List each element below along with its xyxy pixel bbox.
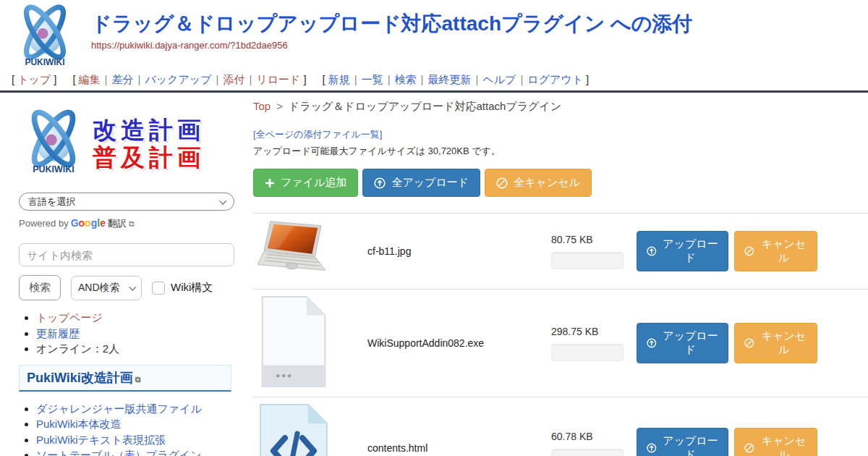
separator: | <box>354 73 357 85</box>
top-navigation: [トップ][編集|差分|バックアップ|添付|リロード][新規|一覧|検索|最終更… <box>9 73 592 87</box>
nav-link-help[interactable]: ヘルプ <box>482 73 516 85</box>
cancel-all-label: 全キャンセル <box>514 176 580 190</box>
sidebar-link-toppage[interactable]: トップページ <box>36 311 103 324</box>
bracket: ] <box>54 73 56 85</box>
html-file-icon <box>258 403 330 456</box>
powered-by-text: Powered by <box>19 218 69 229</box>
page-url-link[interactable]: https://pukiwiki.dajya-ranger.com/?1bd2d… <box>91 40 288 51</box>
google-logo-text: Google <box>71 217 106 229</box>
nav-link-attach[interactable]: 添付 <box>223 73 244 85</box>
nav-link-recent[interactable]: 最終更新 <box>427 73 471 85</box>
ban-icon <box>744 245 754 257</box>
breadcrumb-top-link[interactable]: Top <box>253 100 271 112</box>
cancel-all-button[interactable]: 全キャンセル <box>485 169 592 197</box>
nav-link-backup[interactable]: バックアップ <box>145 73 211 85</box>
nav-link-reload[interactable]: リロード <box>256 73 300 85</box>
sidebar-link-core-mod[interactable]: PukiWiki本体改造 <box>36 418 122 430</box>
nav-link-edit[interactable]: 編集 <box>79 73 101 85</box>
add-files-label: ファイル追加 <box>281 176 346 190</box>
upload-toolbar: ファイル追加 全アップロード 全キャンセル <box>253 169 868 197</box>
cancel-button[interactable]: キャンセル <box>734 231 817 271</box>
separator: | <box>388 73 391 85</box>
nav-link-logout[interactable]: ログアウト <box>527 73 583 85</box>
nav-link-search[interactable]: 検索 <box>395 73 417 85</box>
pukiwiki-logo[interactable]: PUKIWIKI <box>12 3 78 72</box>
list-item: 更新履歴 <box>36 326 236 341</box>
sidebar-heading-kaizou[interactable]: PukiWiki改造計画⧉ <box>19 365 231 392</box>
file-name: cf-b11.jpg <box>367 245 551 257</box>
file-size-column: 298.75 KB <box>551 326 637 361</box>
upload-all-label: 全アップロード <box>391 176 469 190</box>
list-item: オンライン：2人 <box>36 342 236 356</box>
logo-wordmark: PUKIWIKI <box>25 57 64 67</box>
bracket: ] <box>303 73 306 85</box>
laptop-photo-thumbnail <box>258 219 328 280</box>
sidebar-list-plugins: ダジャレンジャー版共通ファイル PukiWiki本体改造 PukiWikiテキス… <box>19 402 236 456</box>
all-attachments-link[interactable]: [全ページの添付ファイル一覧] <box>253 128 382 141</box>
cancel-label: キャンセル <box>760 434 807 456</box>
file-row: cf-b11.jpg 80.75 KB アップロード キャンセル <box>253 213 868 289</box>
ban-icon <box>744 337 754 349</box>
external-link-icon: ⧉ <box>135 375 141 384</box>
cancel-label: キャンセル <box>760 237 807 265</box>
main-content: Top>ドラッグ＆ドロップアップロード対応attachプラグイン [全ページの添… <box>239 93 868 456</box>
sidebar-link-history[interactable]: 更新履歴 <box>36 327 80 339</box>
list-item: トップページ <box>36 311 236 325</box>
language-select[interactable]: 言語を選択 <box>19 193 234 211</box>
upload-label: アップロード <box>663 434 719 456</box>
bracket: [ <box>12 73 14 85</box>
bracket: ] <box>586 73 589 85</box>
upload-progress-bar <box>551 449 624 456</box>
file-name: contents.html <box>367 442 551 454</box>
upload-label: アップロード <box>663 237 719 265</box>
upload-file-list: cf-b11.jpg 80.75 KB アップロード キャンセル <box>253 213 868 456</box>
file-thumbnail <box>258 219 367 283</box>
sidebar-link-common-files[interactable]: ダジャレンジャー版共通ファイル <box>36 402 202 415</box>
wiki-syntax-checkbox[interactable] <box>152 282 165 295</box>
separator: | <box>421 73 424 85</box>
sidebar-site-logo[interactable]: PUKIWIKI 改造計画 普及計画 <box>19 104 236 184</box>
upload-all-button[interactable]: 全アップロード <box>362 169 480 197</box>
ban-icon <box>496 177 508 189</box>
translate-label[interactable]: 翻訳 <box>108 218 127 229</box>
upload-button[interactable]: アップロード <box>637 323 728 363</box>
sidebar-link-sorttable[interactable]: ソートテーブル（表）プラグイン <box>36 449 202 456</box>
file-size-column: 60.78 KB <box>551 431 637 456</box>
file-thumbnail <box>258 295 367 391</box>
separator: | <box>137 73 140 85</box>
cancel-button[interactable]: キャンセル <box>734 323 817 363</box>
file-actions: アップロード キャンセル <box>637 231 817 271</box>
breadcrumb-current: ドラッグ＆ドロップアップロード対応attachプラグイン <box>289 100 561 112</box>
nav-link-list[interactable]: 一覧 <box>362 73 383 85</box>
separator: | <box>249 73 252 85</box>
upload-circle-icon <box>647 245 657 257</box>
site-search-input[interactable] <box>19 243 234 266</box>
list-item: PukiWiki本体改造 <box>36 417 236 431</box>
file-name: WikiSupportAddin082.exe <box>367 337 551 349</box>
sidebar-link-text-ext[interactable]: PukiWikiテキスト表現拡張 <box>36 434 166 446</box>
atom-logo-icon: PUKIWIKI <box>12 3 78 72</box>
list-item: ダジャレンジャー版共通ファイル <box>36 402 236 416</box>
nav-link-top[interactable]: トップ <box>17 73 51 85</box>
cancel-button[interactable]: キャンセル <box>734 428 817 456</box>
file-row: contents.html 60.78 KB アップロード キャンセル <box>253 397 868 456</box>
nav-link-diff[interactable]: 差分 <box>111 73 133 85</box>
cancel-label: キャンセル <box>760 329 807 357</box>
sidebar: PUKIWIKI 改造計画 普及計画 言語を選択 Powered byGoogl… <box>0 93 239 456</box>
nav-link-new[interactable]: 新規 <box>328 73 350 85</box>
search-mode-select[interactable]: AND検索 <box>71 276 142 300</box>
max-upload-size-text: アップロード可能最大ファイルサイズは 30,720KB です。 <box>253 145 868 158</box>
upload-button[interactable]: アップロード <box>637 428 728 456</box>
file-actions: アップロード キャンセル <box>637 428 817 456</box>
google-translate-attribution: Powered byGoogle翻訳⧉ <box>19 217 236 230</box>
sidebar-list-top: トップページ 更新履歴 オンライン：2人 <box>19 311 236 356</box>
generic-file-icon <box>258 295 330 388</box>
add-files-button[interactable]: ファイル追加 <box>253 169 358 197</box>
separator: | <box>475 73 478 85</box>
upload-progress-bar <box>551 344 624 361</box>
search-button[interactable]: 検索 <box>19 275 61 300</box>
upload-button[interactable]: アップロード <box>637 231 728 271</box>
page-title: ドラッグ＆ドロップアップロード対応attachプラグイン への添付 <box>91 12 868 36</box>
logo-wordmark: PUKIWIKI <box>33 164 75 174</box>
file-size: 60.78 KB <box>551 431 637 442</box>
